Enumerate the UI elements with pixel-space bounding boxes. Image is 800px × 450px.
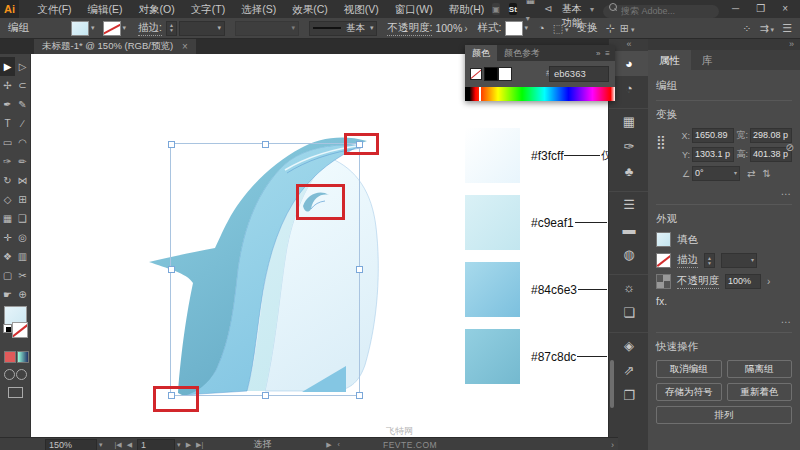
gradient-mode-button[interactable] [17,351,29,363]
close-tab-icon[interactable]: × [182,41,188,52]
panel-icon-graphic-styles-icon[interactable]: ❏ [609,300,649,325]
selection-handle[interactable] [356,266,363,273]
tool-icon-8-r[interactable]: ❑ [15,209,30,228]
tab-color-guide[interactable]: 颜色参考 [497,45,547,61]
x-field[interactable]: 1650.89 [692,128,734,143]
more-options-icon[interactable]: … [656,313,792,325]
spectrum-marker[interactable] [479,87,481,101]
panel-icon-transparency-icon[interactable]: ◍ [609,242,649,267]
panel-icon-gradient-icon[interactable]: ▬ [609,217,649,242]
menu-item-5[interactable]: 效果(C) [284,0,336,18]
tool-icon-4-r[interactable]: ◠ [15,133,30,152]
stroke-weight-field[interactable]: ▾ [179,21,225,36]
tool-icon-9-r[interactable]: ◎ [15,228,30,247]
menu-item-7[interactable]: 窗口(W) [387,0,441,18]
menu-item-0[interactable]: 文件(F) [29,0,79,18]
menu-item-6[interactable]: 视图(V) [336,0,387,18]
panel-icon-export-icon[interactable]: ⇗ [609,358,649,383]
menu-item-2[interactable]: 对象(O) [131,0,183,18]
fill-swatch[interactable] [656,232,671,247]
tool-icon-3-r[interactable]: ∕ [15,114,30,133]
flip-vertical-icon[interactable]: ⇅ [762,168,770,179]
close-button[interactable]: × [778,0,792,18]
quick-action-button-2[interactable]: 存储为符号 [656,383,722,401]
panel-icon-swatches-icon[interactable]: ▦ [609,108,649,134]
tool-icon-10-r[interactable]: ▥ [15,247,30,266]
tool-icon-9-l[interactable]: ✛ [0,228,15,247]
tool-icon-5-l[interactable]: ✑ [0,152,15,171]
opacity-value[interactable]: 100% [435,22,462,34]
chevron-right-icon[interactable]: › [611,440,614,450]
search-input[interactable] [603,5,719,18]
color-mode-button[interactable] [4,351,16,363]
black-swatch[interactable] [484,67,498,81]
stroke-color-indicator[interactable] [12,322,28,338]
collapse-panel-icon[interactable]: » [596,49,600,58]
last-artboard-icon[interactable]: ▶| [196,441,203,449]
selection-handle[interactable] [262,141,269,148]
panel-icon-symbols-icon[interactable]: ♣ [609,159,649,184]
tool-icon-2-l[interactable]: ✒ [0,95,15,114]
artboard-number-field[interactable]: 1 [137,439,175,450]
draw-normal-mode-icon[interactable] [4,369,15,380]
minimize-button[interactable]: ─ [728,0,743,18]
tool-icon-6-l[interactable]: ↻ [0,171,15,190]
fill-color-swatch[interactable] [71,21,89,36]
stroke-link[interactable]: 描边 [677,253,698,268]
panel-icon-stroke-icon[interactable]: ☰ [609,191,649,217]
panel-icon-color-guide-icon[interactable]: ◔ [609,76,649,101]
panel-icon-appearance-icon[interactable]: ☼ [609,274,649,300]
tab-color[interactable]: 颜色 [465,45,497,61]
share-icon[interactable]: ⊲ [544,0,552,18]
app-logo[interactable]: Ai [0,0,19,18]
prev-artboard-icon[interactable]: ◀ [127,441,132,449]
selection-handle[interactable] [168,141,175,148]
width-profile-dropdown[interactable]: ▾ [235,21,299,36]
menu-item-8[interactable]: 帮助(H) [441,0,493,18]
panel-icon-layers-icon[interactable]: ◈ [609,332,649,358]
tool-icon-0-r[interactable]: ▷ [15,57,30,76]
menu-item-1[interactable]: 编辑(E) [80,0,131,18]
expand-panels-icon[interactable]: « [609,38,649,51]
opacity-field[interactable]: 100% [725,274,761,289]
panel-icon-color-icon[interactable]: ◕ [609,51,649,76]
draw-behind-mode-icon[interactable] [16,369,27,380]
zoom-level-field[interactable]: 150% [45,439,97,450]
tab-properties[interactable]: 属性 [648,50,691,70]
none-swatch[interactable] [470,68,482,80]
quick-action-button-3[interactable]: 重新着色 [727,383,793,401]
tool-icon-11-l[interactable]: ▢ [0,266,15,285]
stroke-weight-stepper[interactable]: ▲▼ [166,21,177,36]
artboard-canvas[interactable]: #f3fcff仅#c9eaf1#84c6e3#87c8dc 飞特网 [30,54,608,437]
menu-item-4[interactable]: 选择(S) [233,0,284,18]
stroke-weight-stepper[interactable]: ▲▼ [704,253,715,268]
width-field[interactable]: 298.08 p [750,128,792,143]
stroke-weight-dropdown[interactable]: ▾ [721,253,757,268]
quick-action-button-0[interactable]: 取消编组 [656,360,722,378]
selection-handle[interactable] [262,392,269,399]
chevron-right-icon[interactable]: › [464,23,467,34]
chevron-down-icon[interactable]: ▾ [91,24,95,32]
tool-icon-7-l[interactable]: ◇ [0,190,15,209]
tool-icon-4-l[interactable]: ▭ [0,133,15,152]
fx-button[interactable]: fx. [656,295,667,307]
canvas-scrollbar-thumb[interactable] [610,360,614,408]
screen-mode-icon[interactable] [8,387,23,398]
collapse-dock-icon[interactable]: » [789,39,794,49]
document-tab[interactable]: 未标题-1* @ 150% (RGB/预览) × [34,38,196,54]
workspace-selector[interactable]: 传统基本功能 ▾ [562,0,594,30]
tool-icon-8-l[interactable]: ▦ [0,209,15,228]
chevron-down-icon[interactable]: ▾ [99,441,103,449]
chevron-down-icon[interactable]: ▾ [177,441,181,449]
first-artboard-icon[interactable]: |◀ [115,441,122,449]
quick-action-button-4[interactable]: 排列 [656,406,792,424]
rotation-field[interactable]: 0° ▾ [692,166,740,181]
tool-icon-7-r[interactable]: ⊞ [15,190,30,209]
stroke-link[interactable]: 描边: [138,21,162,36]
selection-handle[interactable] [356,392,363,399]
menu-item-3[interactable]: 文字(T) [183,0,233,18]
tool-icon-10-l[interactable]: ❖ [0,247,15,266]
panel-icon-brushes-icon[interactable]: ✑ [609,134,649,159]
reference-point-icon[interactable]: ⣿ [656,134,666,149]
tool-icon-11-r[interactable]: ✂ [15,266,30,285]
